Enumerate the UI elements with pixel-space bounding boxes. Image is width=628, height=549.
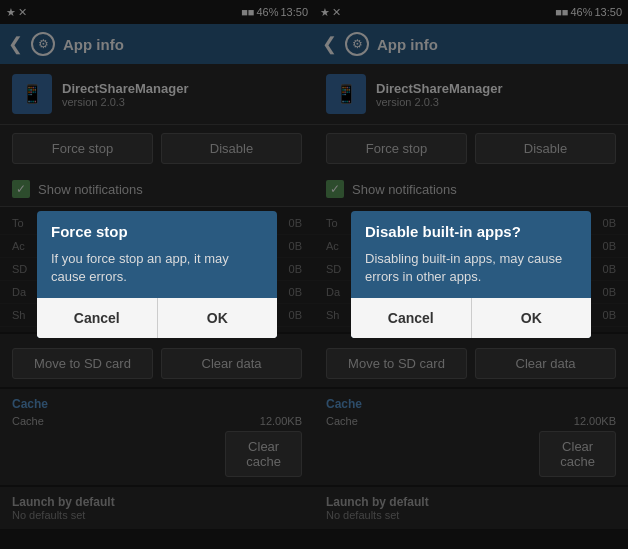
dialog-buttons-2: Cancel OK bbox=[351, 298, 591, 338]
dialog-message-1: If you force stop an app, it may cause e… bbox=[37, 246, 277, 298]
dialog-ok-button-1[interactable]: OK bbox=[158, 298, 278, 338]
dialog-ok-button-2[interactable]: OK bbox=[472, 298, 592, 338]
dialog-title-1: Force stop bbox=[37, 211, 277, 246]
dialog-cancel-button-2[interactable]: Cancel bbox=[351, 298, 472, 338]
panel-1: ★ ✕ ■■ 46% 13:50 ❮ ⚙ App info 📱 DirectSh… bbox=[0, 0, 314, 549]
dialog-buttons-1: Cancel OK bbox=[37, 298, 277, 338]
dialog-message-2: Disabling built-in apps, may cause error… bbox=[351, 246, 591, 298]
force-stop-dialog: Force stop If you force stop an app, it … bbox=[37, 211, 277, 338]
dialog-overlay-2: Disable built-in apps? Disabling built-i… bbox=[314, 0, 628, 549]
disable-dialog: Disable built-in apps? Disabling built-i… bbox=[351, 211, 591, 338]
dialog-title-2: Disable built-in apps? bbox=[351, 211, 591, 246]
panel-2: ★ ✕ ■■ 46% 13:50 ❮ ⚙ App info 📱 DirectSh… bbox=[314, 0, 628, 549]
dialog-cancel-button-1[interactable]: Cancel bbox=[37, 298, 158, 338]
dialog-overlay-1: Force stop If you force stop an app, it … bbox=[0, 0, 314, 549]
